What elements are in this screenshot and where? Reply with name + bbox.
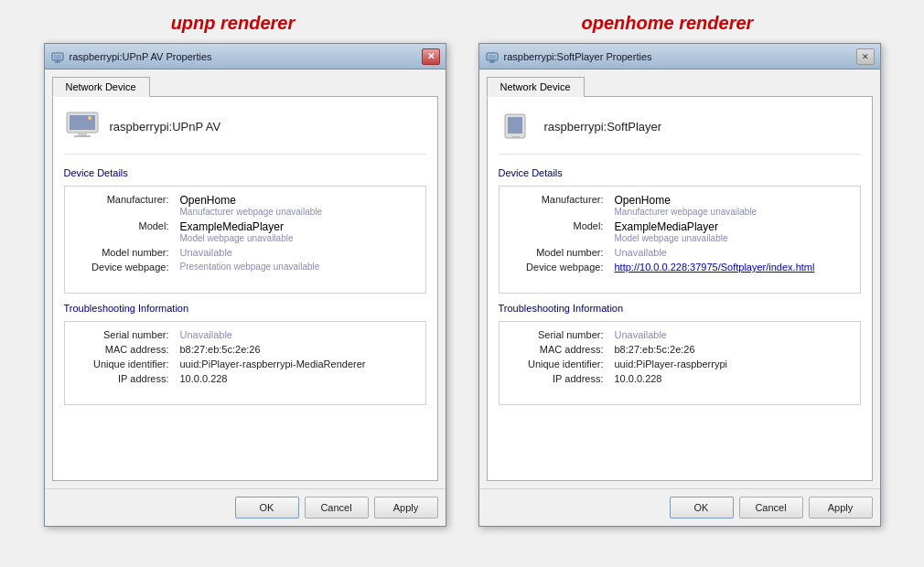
- right-device-name: raspberrypi:SoftPlayer: [544, 120, 662, 134]
- right-uid-key: Unique identifier:: [507, 358, 607, 369]
- left-device-icon: [64, 108, 101, 144]
- right-window-icon: [485, 49, 500, 64]
- right-device-webpage-val[interactable]: http://10.0.0.228:37975/Softplayer/index…: [615, 262, 853, 273]
- right-mac-val: b8:27:eb:5c:2e:26: [615, 344, 853, 355]
- left-troubleshoot-label: Troubleshooting Information: [64, 303, 426, 314]
- left-serial-key: Serial number:: [72, 329, 173, 340]
- left-ip-key: IP address:: [72, 373, 173, 384]
- left-uid-key: Unique identifier:: [72, 358, 173, 369]
- right-ip-val: 10.0.0.228: [615, 373, 853, 384]
- left-apply-button[interactable]: Apply: [374, 497, 438, 519]
- left-content-area: raspberrypi:UPnP AV Device Details Manuf…: [52, 97, 438, 481]
- left-model-key: Model:: [72, 220, 173, 243]
- left-footer: OK Cancel Apply: [45, 488, 446, 526]
- right-detail-grid: Manufacturer: OpenHome Manufacturer webp…: [507, 194, 853, 273]
- left-uid-val: uuid:PiPlayer-raspberrypi-MediaRenderer: [180, 358, 418, 369]
- svg-rect-7: [74, 135, 91, 137]
- right-cancel-button[interactable]: Cancel: [739, 497, 803, 519]
- left-window-icon: [50, 49, 65, 64]
- left-close-button[interactable]: ✕: [422, 48, 440, 65]
- right-serial-val: Unavailable: [615, 329, 853, 340]
- left-ip-val: 10.0.0.228: [180, 373, 418, 384]
- left-model-number-val: Unavailable: [180, 247, 418, 258]
- left-device-name: raspberrypi:UPnP AV: [110, 120, 221, 134]
- right-model-number-key: Model number:: [507, 247, 607, 258]
- right-model-val: ExampleMediaPlayer Model webpage unavail…: [615, 220, 853, 243]
- left-mac-key: MAC address:: [72, 344, 173, 355]
- right-uid-val: uuid:PiPlayer-raspberrypi: [615, 358, 853, 369]
- left-device-webpage-key: Device webpage:: [72, 262, 173, 273]
- right-manufacturer-val: OpenHome Manufacturer webpage unavailabl…: [615, 194, 853, 217]
- left-window-title: raspberrypi:UPnP AV Properties: [70, 51, 212, 62]
- svg-rect-14: [508, 117, 522, 134]
- left-detail-grid: Manufacturer: OpenHome Manufacturer webp…: [72, 194, 418, 273]
- right-device-webpage-key: Device webpage:: [507, 262, 607, 273]
- svg-rect-15: [512, 136, 520, 138]
- left-serial-val: Unavailable: [180, 329, 418, 340]
- right-model-number-val: Unavailable: [615, 247, 853, 258]
- right-model-key: Model:: [507, 220, 607, 243]
- right-device-header: raspberrypi:SoftPlayer: [499, 108, 861, 155]
- right-titlebar: raspberrypi:SoftPlayer Properties ✕: [479, 44, 880, 70]
- right-window-label: openhome renderer: [582, 13, 754, 34]
- left-device-webpage-val: Presentation webpage unavailable: [180, 262, 418, 273]
- left-model-val: ExampleMediaPlayer Model webpage unavail…: [180, 220, 418, 243]
- left-troubleshoot-grid: Serial number: Unavailable MAC address: …: [72, 329, 418, 384]
- left-cancel-button[interactable]: Cancel: [305, 497, 369, 519]
- left-model-number-key: Model number:: [72, 247, 173, 258]
- svg-rect-1: [54, 55, 61, 59]
- right-device-details-label: Device Details: [499, 167, 861, 178]
- left-window: raspberrypi:UPnP AV Properties ✕ Network…: [44, 43, 446, 527]
- right-ok-button[interactable]: OK: [670, 497, 734, 519]
- right-window-title: raspberrypi:SoftPlayer Properties: [504, 51, 652, 62]
- right-apply-button[interactable]: Apply: [809, 497, 873, 519]
- right-ip-key: IP address:: [507, 373, 607, 384]
- right-serial-key: Serial number:: [507, 329, 607, 340]
- left-network-device-tab[interactable]: Network Device: [52, 77, 150, 97]
- left-ok-button[interactable]: OK: [235, 497, 299, 519]
- left-manufacturer-val: OpenHome Manufacturer webpage unavailabl…: [180, 194, 418, 217]
- svg-rect-6: [78, 133, 87, 135]
- right-close-button[interactable]: ✕: [856, 48, 875, 65]
- right-window: raspberrypi:SoftPlayer Properties ✕ Netw…: [478, 43, 881, 527]
- right-network-device-tab[interactable]: Network Device: [487, 77, 585, 97]
- left-device-details-label: Device Details: [64, 167, 426, 178]
- right-footer: OK Cancel Apply: [479, 488, 880, 526]
- right-mac-key: MAC address:: [507, 344, 607, 355]
- left-titlebar: raspberrypi:UPnP AV Properties ✕: [45, 44, 446, 70]
- left-mac-val: b8:27:eb:5c:2e:26: [180, 344, 418, 355]
- right-device-icon: [499, 108, 535, 144]
- left-manufacturer-key: Manufacturer:: [72, 194, 173, 217]
- svg-rect-10: [489, 55, 496, 59]
- right-troubleshoot-grid: Serial number: Unavailable MAC address: …: [507, 329, 853, 384]
- right-manufacturer-key: Manufacturer:: [507, 194, 607, 217]
- right-content-area: raspberrypi:SoftPlayer Device Details Ma…: [487, 97, 873, 481]
- left-window-label: upnp renderer: [171, 13, 295, 34]
- svg-point-8: [88, 116, 91, 120]
- right-troubleshoot-label: Troubleshooting Information: [499, 303, 861, 314]
- left-device-header: raspberrypi:UPnP AV: [64, 108, 426, 155]
